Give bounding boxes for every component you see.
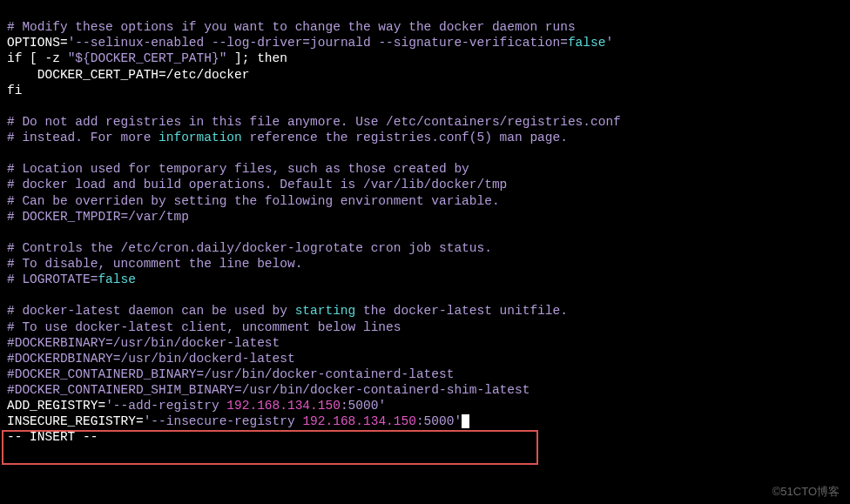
if-keyword: if: [7, 51, 22, 65]
comment-line: # DOCKER_TMPDIR=/var/tmp: [7, 210, 189, 224]
var-assignment: ADD_REGISTRY=: [7, 399, 105, 413]
var-ref: "${DOCKER_CERT_PATH}": [68, 51, 227, 65]
string-close: ': [605, 36, 613, 50]
string-value: '--selinux-enabled --log-driver=journald…: [68, 36, 568, 50]
comment-line: #DOCKER_CONTAINERD_BINARY=/usr/bin/docke…: [7, 367, 454, 381]
vim-mode: -- INSERT --: [7, 430, 98, 444]
comment-line: # Do not add registries in this file any…: [7, 115, 621, 129]
if-body: DOCKER_CERT_PATH=/etc/docker: [7, 68, 249, 82]
comment-line: # Can be overriden by setting the follow…: [7, 194, 500, 208]
fi-keyword: fi: [7, 84, 22, 97]
bool-false: false: [568, 36, 606, 50]
string-value: '--insecure-registry: [144, 414, 303, 428]
port: :5000': [341, 399, 386, 413]
ip-address: 192.168.134.150: [302, 414, 416, 428]
comment-line: # To use docker-latest client, uncomment…: [7, 320, 401, 334]
comment-line: # LOGROTATE=: [7, 272, 98, 286]
condition: [ -z: [22, 51, 67, 65]
comment-line: # Location used for temporary files, suc…: [7, 162, 469, 176]
comment-line: # Modify these options if you want to ch…: [7, 20, 576, 34]
var-assignment: OPTIONS=: [7, 36, 68, 50]
string-value: '--add-registry: [105, 399, 226, 413]
then-keyword: ]; then: [226, 51, 287, 65]
comment-line: # To disable, uncomment the line below.: [7, 257, 302, 271]
comment-line: # Controls the /etc/cron.daily/docker-lo…: [7, 241, 492, 255]
ip-address: 192.168.134.150: [226, 399, 341, 413]
comment-line: #DOCKERBINARY=/usr/bin/docker-latest: [7, 336, 280, 350]
watermark: ©51CTO博客: [772, 485, 840, 499]
var-assignment: INSECURE_REGISTRY=: [7, 414, 144, 428]
comment-line: the docker-latest unitfile.: [355, 304, 568, 318]
cursor: [462, 414, 469, 428]
comment-line: #DOCKER_CONTAINERD_SHIM_BINARY=/usr/bin/…: [7, 383, 530, 397]
bool-false: false: [98, 272, 136, 286]
comment-line: # docker-latest daemon can be used by: [7, 304, 295, 318]
port: :5000': [416, 414, 462, 428]
terminal-editor[interactable]: # Modify these options if you want to ch…: [7, 3, 843, 446]
comment-line: # instead. For more: [7, 131, 159, 144]
comment-line: # docker load and build operations. Defa…: [7, 178, 507, 192]
highlight-word: starting: [295, 304, 356, 318]
comment-line: reference the registries.conf(5) man pag…: [242, 131, 568, 144]
comment-line: #DOCKERDBINARY=/usr/bin/dockerd-latest: [7, 352, 295, 366]
highlight-word: information: [159, 131, 242, 144]
